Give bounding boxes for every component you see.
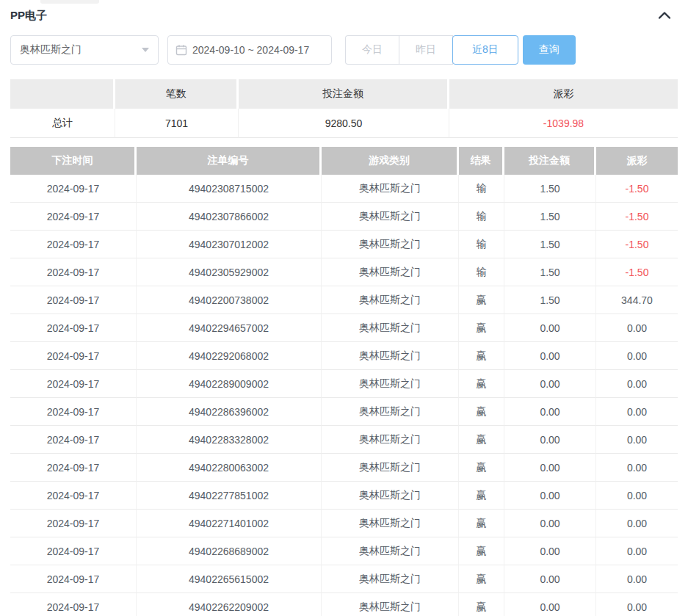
cell-payout: 0.00 xyxy=(596,565,678,593)
cell-bet-time: 2024-09-17 xyxy=(10,426,137,454)
chevron-up-icon xyxy=(658,11,671,20)
cell-bet-amount: 0.00 xyxy=(504,314,596,342)
cell-payout: 0.00 xyxy=(596,454,678,482)
summary-total-label: 总计 xyxy=(10,109,115,138)
cell-result: 赢 xyxy=(459,370,504,398)
summary-header-blank xyxy=(10,79,115,109)
table-row: 2024-09-1749402277851002奥林匹斯之门赢0.000.00 xyxy=(10,482,678,510)
cell-game-category: 奥林匹斯之门 xyxy=(322,426,459,454)
cell-order-number: 49402277851002 xyxy=(137,482,322,510)
header-result: 结果 xyxy=(459,147,504,175)
cell-payout: 0.00 xyxy=(596,398,678,426)
cell-payout: -1.50 xyxy=(596,203,678,231)
cell-game-category: 奥林匹斯之门 xyxy=(322,454,459,482)
cell-order-number: 49402271401002 xyxy=(137,510,322,537)
summary-table: 笔数 投注金额 派彩 总计 7101 9280.50 -1039.98 xyxy=(10,79,678,138)
cell-payout: 0.00 xyxy=(596,314,678,342)
cell-game-category: 奥林匹斯之门 xyxy=(322,203,459,231)
table-row: 2024-09-1749402308715002奥林匹斯之门输1.50-1.50 xyxy=(10,175,678,203)
table-row: 2024-09-1749402280063002奥林匹斯之门赢0.000.00 xyxy=(10,454,678,482)
summary-header-payout: 派彩 xyxy=(449,79,678,109)
table-row: 2024-09-1749402294657002奥林匹斯之门赢0.000.00 xyxy=(10,314,678,342)
cell-payout: 344.70 xyxy=(596,286,678,314)
cell-payout: 0.00 xyxy=(596,537,678,565)
cell-game-category: 奥林匹斯之门 xyxy=(322,398,459,426)
today-button[interactable]: 今日 xyxy=(345,35,399,65)
cell-result: 赢 xyxy=(459,482,504,510)
cell-game-category: 奥林匹斯之门 xyxy=(322,482,459,510)
header-order-number: 注单编号 xyxy=(137,147,322,175)
cell-order-number: 49402200738002 xyxy=(137,286,322,314)
header-payout: 派彩 xyxy=(596,147,678,175)
cell-bet-amount: 0.00 xyxy=(504,593,596,616)
cell-bet-amount: 1.50 xyxy=(504,286,596,314)
cell-bet-amount: 0.00 xyxy=(504,370,596,398)
cell-order-number: 49402294657002 xyxy=(137,314,322,342)
table-row: 2024-09-1749402305929002奥林匹斯之门输1.50-1.50 xyxy=(10,258,678,286)
cell-result: 赢 xyxy=(459,426,504,454)
cell-order-number: 49402292068002 xyxy=(137,342,322,370)
cell-payout: 0.00 xyxy=(596,593,678,616)
cell-game-category: 奥林匹斯之门 xyxy=(322,342,459,370)
cell-bet-time: 2024-09-17 xyxy=(10,593,137,616)
calendar-icon xyxy=(175,44,187,56)
cell-bet-time: 2024-09-17 xyxy=(10,175,137,203)
cell-order-number: 49402308715002 xyxy=(137,175,322,203)
cell-game-category: 奥林匹斯之门 xyxy=(322,593,459,616)
cell-bet-amount: 1.50 xyxy=(504,175,596,203)
cell-bet-time: 2024-09-17 xyxy=(10,398,137,426)
summary-total-bet-amount: 9280.50 xyxy=(239,109,449,138)
cell-bet-time: 2024-09-17 xyxy=(10,510,137,537)
collapse-section-button[interactable] xyxy=(656,7,673,24)
table-row: 2024-09-1749402307012002奥林匹斯之门输1.50-1.50 xyxy=(10,231,678,258)
table-body: 2024-09-1749402308715002奥林匹斯之门输1.50-1.50… xyxy=(10,175,678,616)
cell-bet-time: 2024-09-17 xyxy=(10,482,137,510)
cell-bet-time: 2024-09-17 xyxy=(10,342,137,370)
header-bet-amount: 投注金额 xyxy=(504,147,596,175)
cell-order-number: 49402286396002 xyxy=(137,398,322,426)
cell-bet-time: 2024-09-17 xyxy=(10,537,137,565)
cell-bet-time: 2024-09-17 xyxy=(10,203,137,231)
table-row: 2024-09-1749402286396002奥林匹斯之门赢0.000.00 xyxy=(10,398,678,426)
cell-game-category: 奥林匹斯之门 xyxy=(322,370,459,398)
summary-header-bet-amount: 投注金额 xyxy=(239,79,449,109)
last-8-days-button[interactable]: 近8日 xyxy=(452,35,518,65)
summary-total-count: 7101 xyxy=(115,109,239,138)
summary-header-row: 笔数 投注金额 派彩 xyxy=(10,79,678,109)
cell-bet-amount: 0.00 xyxy=(504,398,596,426)
cell-game-category: 奥林匹斯之门 xyxy=(322,258,459,286)
date-range-value: 2024-09-10 ~ 2024-09-17 xyxy=(192,44,309,56)
cell-bet-amount: 0.00 xyxy=(504,342,596,370)
cell-result: 赢 xyxy=(459,398,504,426)
cell-game-category: 奥林匹斯之门 xyxy=(322,510,459,537)
cell-order-number: 49402307866002 xyxy=(137,203,322,231)
cell-result: 赢 xyxy=(459,593,504,616)
cell-bet-amount: 0.00 xyxy=(504,537,596,565)
cell-bet-amount: 1.50 xyxy=(504,231,596,258)
cell-bet-amount: 1.50 xyxy=(504,203,596,231)
cell-order-number: 49402305929002 xyxy=(137,258,322,286)
bet-records-table: 下注时间 注单编号 游戏类别 结果 投注金额 派彩 2024-09-174940… xyxy=(10,147,678,616)
table-row: 2024-09-1749402292068002奥林匹斯之门赢0.000.00 xyxy=(10,342,678,370)
summary-total-payout: -1039.98 xyxy=(449,109,678,138)
cell-game-category: 奥林匹斯之门 xyxy=(322,565,459,593)
cell-game-category: 奥林匹斯之门 xyxy=(322,231,459,258)
query-button[interactable]: 查询 xyxy=(523,35,576,65)
cell-bet-time: 2024-09-17 xyxy=(10,314,137,342)
game-select[interactable]: 奥林匹斯之门 xyxy=(10,35,159,65)
section-header: PP电子 xyxy=(0,0,688,23)
cell-result: 输 xyxy=(459,258,504,286)
cell-game-category: 奥林匹斯之门 xyxy=(322,537,459,565)
yesterday-button[interactable]: 昨日 xyxy=(399,35,453,65)
table-row: 2024-09-1749402283328002奥林匹斯之门赢0.000.00 xyxy=(10,426,678,454)
pp-electronic-report-panel: PP电子 奥林匹斯之门 2024-09-10 ~ 2 xyxy=(0,0,688,616)
header-game-category: 游戏类别 xyxy=(322,147,459,175)
date-range-picker[interactable]: 2024-09-10 ~ 2024-09-17 xyxy=(167,35,332,65)
cell-bet-time: 2024-09-17 xyxy=(10,231,137,258)
cell-result: 赢 xyxy=(459,342,504,370)
cell-result: 赢 xyxy=(459,286,504,314)
cell-bet-amount: 0.00 xyxy=(504,565,596,593)
cell-order-number: 49402280063002 xyxy=(137,454,322,482)
filter-toolbar: 奥林匹斯之门 2024-09-10 ~ 2024-09-17 今日 昨日 近8日… xyxy=(10,35,678,65)
cell-bet-amount: 0.00 xyxy=(504,482,596,510)
